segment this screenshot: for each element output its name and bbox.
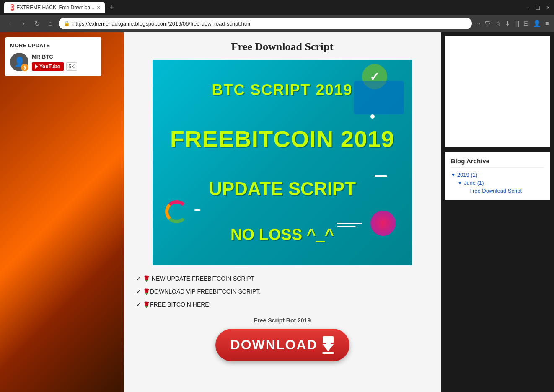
download-button[interactable]: DOWNLOAD: [215, 329, 349, 361]
maximize-button[interactable]: □: [536, 4, 539, 11]
youtube-label: YouTube: [39, 64, 60, 70]
forward-button[interactable]: ›: [18, 18, 28, 28]
dash-w1: [337, 223, 362, 224]
address-bar[interactable]: 🔒 https://extremehackgame.blogspot.com/2…: [59, 18, 472, 29]
banner-text-4: NO LOSS ^_^: [230, 226, 334, 244]
body-line-3: ✓ 🌹FREE BITCOIN HERE:: [136, 299, 428, 310]
right-sidebar: Blog Archive ▼ 2019 (1) ▼ June (1) Free …: [441, 32, 554, 392]
tab-close-button[interactable]: ×: [97, 4, 100, 11]
subscriber-count: 5K: [66, 62, 78, 71]
bitcoin-badge: ₿: [21, 64, 28, 71]
archive-sub: ▼ June (1) Free Download Script: [458, 180, 544, 194]
back-button[interactable]: ‹: [5, 18, 15, 28]
download-label: DOWNLOAD: [230, 337, 318, 353]
circle-ring-deco: [165, 200, 188, 223]
main-content: Free Download Script ✓ BTC SCRIPT 2019 F…: [124, 32, 441, 392]
author-avatar: 👤 ₿: [10, 53, 28, 71]
author-row: 👤 ₿ MR BTC YouTube 5K: [10, 53, 96, 71]
archive-year-label: 2019 (1): [457, 172, 477, 178]
author-info: MR BTC YouTube 5K: [32, 54, 77, 71]
page-title: Free Download Script: [136, 41, 428, 53]
dl-icon-base: [322, 352, 334, 354]
dash-group-deco: [337, 223, 362, 227]
blog-archive-box: Blog Archive ▼ 2019 (1) ▼ June (1) Free …: [445, 152, 550, 200]
banner-text-1: BTC SCRIPT 2019: [212, 81, 352, 99]
close-button[interactable]: ×: [546, 4, 550, 11]
browser-tab[interactable]: B EXTREME HACK: Free Downloa... ×: [4, 2, 105, 13]
window-controls: − □ ×: [526, 4, 550, 11]
more-options-button[interactable]: ···: [475, 20, 481, 27]
dash-white-deco: [194, 209, 200, 211]
archive-post-link[interactable]: Free Download Script: [469, 188, 544, 194]
menu-button[interactable]: ≡: [545, 20, 549, 27]
month-arrow-icon: ▼: [458, 181, 462, 186]
banner-content: ✓ BTC SCRIPT 2019 FREEBITCOIN 2019 UPDAT…: [153, 60, 412, 265]
tabs-button[interactable]: ⊟: [523, 20, 529, 27]
archive-month[interactable]: ▼ June (1): [458, 180, 544, 186]
nav-actions: ··· 🛡 ☆ ⬇ ||| ⊟ 👤 ≡: [475, 20, 549, 27]
home-button[interactable]: ⌂: [45, 18, 55, 28]
youtube-button[interactable]: YouTube: [32, 62, 64, 71]
page-wrapper: MORE UPDATE 👤 ₿ MR BTC YouTube 5K: [0, 32, 554, 392]
ad-box: [445, 36, 550, 147]
dash-minus-deco: [375, 175, 387, 177]
post-body: ✓ 🌹 NEW UPDATE FREEBITCOIN SCRIPT ✓ 🌹DOW…: [136, 273, 428, 310]
banner-image: ✓ BTC SCRIPT 2019 FREEBITCOIN 2019 UPDAT…: [153, 60, 412, 265]
bookmark-button[interactable]: ☆: [495, 20, 501, 27]
body-line-2: ✓ 🌹DOWNLOAD VIP FREEBITCOIN SCRIPT.: [136, 286, 428, 297]
body-line-1: ✓ 🌹 NEW UPDATE FREEBITCOIN SCRIPT: [136, 273, 428, 284]
dot-white-deco: [370, 114, 375, 119]
circle-magenta-deco: [370, 211, 396, 236]
banner-text-2: FREEBITCOIN 2019: [170, 125, 395, 152]
free-script-label: Free Script Bot 2019: [136, 317, 428, 324]
youtube-btn-row: YouTube 5K: [32, 62, 77, 71]
lock-icon: 🔒: [64, 21, 70, 26]
url-text: https://extremehackgame.blogspot.com/201…: [72, 21, 467, 27]
left-sidebar: MORE UPDATE 👤 ₿ MR BTC YouTube 5K: [0, 32, 124, 392]
dash-w2: [337, 226, 356, 227]
youtube-play-icon: [35, 64, 38, 69]
tab-title: EXTREME HACK: Free Downloa...: [16, 5, 94, 10]
nav-bar: ‹ › ↻ ⌂ 🔒 https://extremehackgame.blogsp…: [0, 15, 554, 32]
year-arrow-icon: ▼: [451, 173, 456, 178]
dl-icon-arrow: [322, 344, 334, 351]
more-update-box: MORE UPDATE 👤 ₿ MR BTC YouTube 5K: [5, 37, 101, 76]
title-bar: B EXTREME HACK: Free Downloa... × + − □ …: [0, 0, 554, 15]
tab-favicon: B: [11, 4, 14, 11]
download-btn-text: DOWNLOAD: [228, 336, 337, 354]
more-update-title: MORE UPDATE: [10, 42, 96, 49]
shield-button[interactable]: 🛡: [485, 20, 491, 27]
refresh-button[interactable]: ↻: [32, 18, 42, 28]
browser-chrome: B EXTREME HACK: Free Downloa... × + − □ …: [0, 0, 554, 32]
archive-month-label: June (1): [464, 180, 484, 186]
banner-text-3: UPDATE SCRIPT: [209, 178, 356, 199]
archive-year[interactable]: ▼ 2019 (1): [451, 172, 544, 178]
author-name: MR BTC: [32, 54, 77, 60]
new-tab-button[interactable]: +: [110, 3, 114, 12]
minimize-button[interactable]: −: [526, 4, 529, 11]
download-button[interactable]: ⬇: [505, 20, 510, 27]
blue-rect-deco: [354, 81, 404, 114]
blog-archive-title: Blog Archive: [451, 157, 544, 168]
reading-list-button[interactable]: |||: [515, 20, 520, 27]
profile-button[interactable]: 👤: [533, 20, 541, 27]
